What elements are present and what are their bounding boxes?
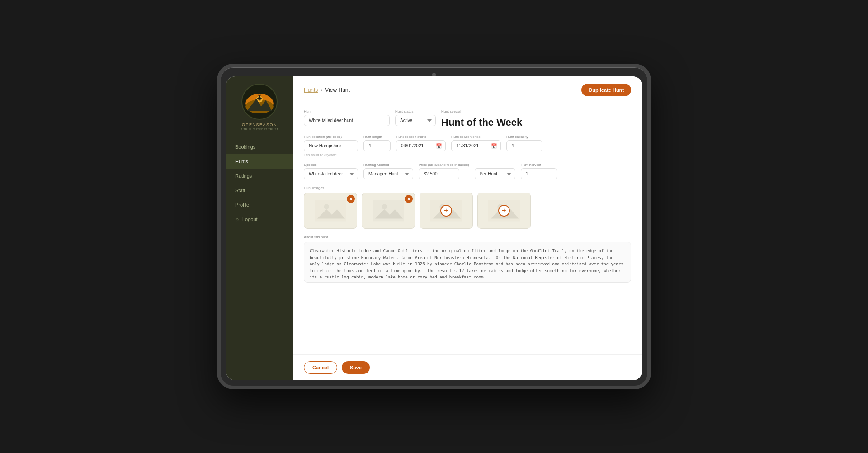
sidebar-item-bookings[interactable]: Bookings <box>226 140 293 154</box>
hunting-method-group: Hunting Method Managed Hunt Self-Guided … <box>363 163 413 179</box>
svg-rect-7 <box>260 99 260 101</box>
hunt-season-starts-input[interactable] <box>396 140 446 151</box>
hunt-location-label: Hunt location (zip code) <box>304 135 358 139</box>
brand-tagline: A TRUE OUTPOST TRUST <box>241 128 278 131</box>
duplicate-hunt-button[interactable]: Duplicate Hunt <box>581 84 631 96</box>
hunt-season-ends-wrapper: 📅 <box>451 140 501 151</box>
hunt-location-input[interactable] <box>304 140 358 151</box>
form-row-1: Hunt Hunt status Active Inactive Draft H… <box>304 109 631 128</box>
main-content: Hunts › View Hunt Duplicate Hunt Hunt Hu… <box>293 76 642 380</box>
hunt-status-select[interactable]: Active Inactive Draft <box>395 115 436 126</box>
price-input[interactable] <box>419 168 459 179</box>
hunt-harvest-group: Hunt harvest <box>521 163 557 179</box>
top-bar: Hunts › View Hunt Duplicate Hunt <box>293 76 642 102</box>
sidebar-item-staff[interactable]: Staff <box>226 183 293 198</box>
svg-point-13 <box>382 204 387 210</box>
hunt-capacity-group: Hunt capacity <box>506 135 542 151</box>
image-thumb-4: + <box>477 193 531 229</box>
sidebar-item-label: Staff <box>235 188 245 193</box>
sidebar: OPENSEASON A TRUE OUTPOST TRUST Bookings… <box>226 76 293 380</box>
sidebar-item-label: Hunts <box>235 159 248 164</box>
form-row-3: Species White-tailed deer Elk Turkey Duc… <box>304 163 631 179</box>
hunting-method-select[interactable]: Managed Hunt Self-Guided Semi-Guided <box>363 168 413 179</box>
species-label: Species <box>304 163 358 167</box>
sidebar-item-label: Ratings <box>235 173 252 179</box>
hunt-special-value: Hunt of the Week <box>441 117 522 128</box>
logo <box>241 84 278 120</box>
breadcrumb-current: View Hunt <box>325 87 349 93</box>
per-hunt-label <box>475 163 515 167</box>
tablet-screen: OPENSEASON A TRUE OUTPOST TRUST Bookings… <box>226 76 642 380</box>
hunt-season-ends-group: Hunt season ends 📅 <box>451 135 501 151</box>
hunt-capacity-label: Hunt capacity <box>506 135 542 139</box>
hunt-length-label: Hunt length <box>363 135 391 139</box>
hunting-method-label: Hunting Method <box>363 163 413 167</box>
per-hunt-group: Per Hunt Per Person Per Day <box>475 163 515 179</box>
hunt-label: Hunt <box>304 109 390 113</box>
nav-menu: Bookings Hunts Ratings Staff Profile ⊙ L… <box>226 140 293 234</box>
sidebar-item-logout[interactable]: ⊙ Logout <box>226 212 293 226</box>
hunt-images-label: Hunt images <box>304 186 631 190</box>
hunt-capacity-input[interactable] <box>506 140 542 151</box>
price-group: Price (all tax and fees included) <box>419 163 469 179</box>
save-button[interactable]: Save <box>342 361 370 374</box>
breadcrumb: Hunts › View Hunt <box>304 87 350 93</box>
price-label: Price (all tax and fees included) <box>419 163 469 167</box>
sidebar-item-profile[interactable]: Profile <box>226 198 293 212</box>
images-row: ✕ ✕ <box>304 193 631 229</box>
remove-image-1-button[interactable]: ✕ <box>347 195 355 203</box>
image-thumb-2: ✕ <box>362 193 415 229</box>
hunt-images-section: Hunt images ✕ <box>304 186 631 229</box>
hunt-field-group: Hunt <box>304 109 390 126</box>
about-hunt-label: About this hunt <box>304 235 631 239</box>
sidebar-item-label: Bookings <box>235 144 255 150</box>
image-thumb-1: ✕ <box>304 193 357 229</box>
about-hunt-textarea[interactable]: Clearwater Historic Lodge and Canoe Outf… <box>304 242 631 283</box>
per-hunt-select[interactable]: Per Hunt Per Person Per Day <box>475 168 515 179</box>
brand-name: OPENSEASON <box>242 123 277 127</box>
sidebar-item-ratings[interactable]: Ratings <box>226 169 293 183</box>
form-footer: Cancel Save <box>293 354 642 380</box>
hunt-season-starts-wrapper: 📅 <box>396 140 446 151</box>
hunt-season-starts-label: Hunt season starts <box>396 135 446 139</box>
form-area: Hunt Hunt status Active Inactive Draft H… <box>293 102 642 354</box>
hunt-special-label: Hunt special <box>441 109 522 113</box>
hunt-harvest-input[interactable] <box>521 168 557 179</box>
hunt-status-group: Hunt status Active Inactive Draft <box>395 109 436 126</box>
sidebar-item-hunts[interactable]: Hunts <box>226 154 293 169</box>
hunt-input[interactable] <box>304 115 390 126</box>
tablet-camera <box>432 73 436 76</box>
hunt-harvest-label: Hunt harvest <box>521 163 557 167</box>
species-select[interactable]: White-tailed deer Elk Turkey Duck <box>304 168 358 179</box>
tablet-frame: OPENSEASON A TRUE OUTPOST TRUST Bookings… <box>217 64 651 389</box>
svg-point-10 <box>324 204 329 210</box>
form-row-2: Hunt location (zip code) This would be c… <box>304 135 631 156</box>
hunt-location-group: Hunt location (zip code) This would be c… <box>304 135 358 156</box>
hunt-status-label: Hunt status <box>395 109 436 113</box>
image-thumb-3: + <box>420 193 473 229</box>
species-group: Species White-tailed deer Elk Turkey Duc… <box>304 163 358 179</box>
logout-label: Logout <box>242 217 258 222</box>
hunt-season-ends-label: Hunt season ends <box>451 135 501 139</box>
remove-image-2-button[interactable]: ✕ <box>405 195 413 203</box>
breadcrumb-link[interactable]: Hunts <box>304 87 318 93</box>
cancel-button[interactable]: Cancel <box>304 361 337 374</box>
about-hunt-section: About this hunt Clearwater Historic Lodg… <box>304 235 631 284</box>
hunt-location-hint: This would be city/state <box>304 153 358 156</box>
hunt-special-group: Hunt special Hunt of the Week <box>441 109 522 128</box>
sidebar-item-label: Profile <box>235 202 249 208</box>
hunt-season-ends-input[interactable] <box>451 140 501 151</box>
breadcrumb-separator: › <box>321 87 322 93</box>
hunt-length-input[interactable] <box>363 140 391 151</box>
hunt-season-starts-group: Hunt season starts 📅 <box>396 135 446 151</box>
svg-rect-6 <box>259 99 259 101</box>
hunt-length-group: Hunt length <box>363 135 391 151</box>
